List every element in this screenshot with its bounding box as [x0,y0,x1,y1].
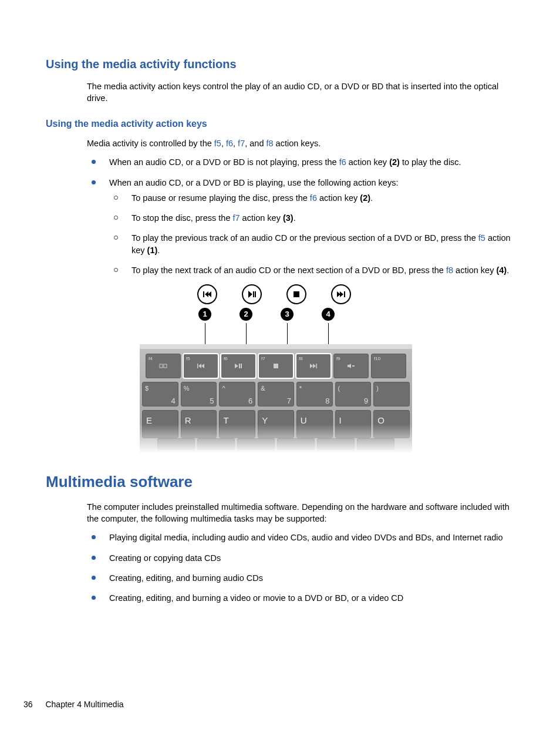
keyboard-key-Y: Y [258,410,294,438]
svg-rect-9 [344,291,345,297]
keyboard-key-): ) [373,382,410,406]
mm-bullet-3: Creating, editing, and burning a video o… [87,592,514,604]
key-f5-link[interactable]: f5 [478,233,485,243]
keyboard-key-f10: f10 [371,354,406,378]
keyboard-key-8: *8 [296,382,333,406]
prev-track-icon [197,284,217,304]
svg-marker-13 [198,364,201,368]
keyboard-key-f6: f6 [221,354,256,378]
keyboard-key-f4: f4 [146,354,181,378]
svg-rect-5 [255,291,256,297]
keyboard-key-f8: f8 [296,354,331,378]
key-f7-link[interactable]: f7 [232,213,239,223]
bullet-playing: When an audio CD, or a DVD or BD is play… [87,177,514,277]
key-f7-link[interactable]: f7 [238,139,245,148]
svg-marker-22 [348,364,351,368]
heading-multimedia-software: Multimedia software [46,471,514,492]
svg-marker-3 [248,291,252,298]
mm-bullet-0: Playing digital media, including audio a… [87,532,514,543]
sub-bullet-stop: To stop the disc, press the f7 action ke… [109,212,514,224]
svg-rect-11 [164,364,167,368]
svg-marker-8 [340,291,343,297]
keyboard-key-I: I [335,410,372,438]
svg-rect-6 [294,291,299,297]
key-f6-link[interactable]: f6 [339,157,346,167]
stop-icon [286,284,306,304]
callout-badge-2: 2 [239,308,252,321]
keyboard-key-R: R [181,410,217,438]
keyboard-diagram: 1 2 3 4 f4f5f6f7f8f9f10 $4%5^6&7*8(9) ER… [140,284,412,453]
keyboard-key-6: ^6 [219,382,255,406]
keyboard-key-7: &7 [258,382,294,406]
page-footer: 36 Chapter 4 Multimedia [23,699,124,711]
sub-bullet-next: To play the next track of an audio CD or… [109,264,514,276]
keyboard-key-f9: f9 [333,354,369,378]
callout-badge-3: 3 [281,308,294,321]
svg-rect-12 [197,364,198,368]
keyboard-key-4: $4 [142,382,178,406]
svg-marker-15 [235,364,238,368]
svg-marker-14 [201,364,204,368]
bullet-not-playing: When an audio CD, or a DVD or BD is not … [87,156,514,168]
controlled-by-text: Media activity is controlled by the f5, … [87,137,514,149]
heading-media-activity: Using the media activity functions [46,56,514,72]
keyboard-key-U: U [296,410,333,438]
keyboard-key-f7: f7 [258,354,294,378]
svg-rect-16 [239,364,240,368]
sub-bullet-pause: To pause or resume playing the disc, pre… [109,192,514,204]
key-f8-link[interactable]: f8 [446,266,453,275]
svg-rect-23 [352,365,355,367]
keyboard-key-T: T [219,410,255,438]
subheading-action-keys: Using the media activity action keys [46,117,514,130]
svg-marker-20 [313,364,316,368]
page-number: 36 [23,700,33,709]
keyboard-key-9: (9 [335,382,372,406]
callout-badge-4: 4 [322,308,335,321]
mm-bullet-1: Creating or copying data CDs [87,552,514,564]
keyboard-key-5: %5 [181,382,217,406]
svg-marker-19 [310,364,313,368]
keyboard-key-E: E [142,410,178,438]
mm-bullet-2: Creating, editing, and burning audio CDs [87,572,514,584]
keyboard-key-f5: f5 [183,354,218,378]
svg-rect-21 [316,364,318,368]
svg-rect-18 [274,364,278,368]
svg-rect-4 [253,291,254,297]
play-pause-icon [242,284,262,304]
next-track-icon [331,284,351,304]
svg-rect-10 [160,364,163,368]
keyboard-key-O: O [373,410,410,438]
chapter-label: Chapter 4 Multimedia [45,700,123,709]
sub-bullet-prev: To play the previous track of an audio C… [109,232,514,256]
callout-badge-1: 1 [198,308,211,321]
key-f6-link[interactable]: f6 [226,139,233,148]
key-f8-link[interactable]: f8 [266,139,273,148]
key-f5-link[interactable]: f5 [214,139,221,148]
intro-paragraph: The media activity action keys control t… [87,80,514,105]
mm-intro: The computer includes preinstalled multi… [87,501,514,525]
svg-rect-17 [241,364,242,368]
svg-rect-0 [203,291,204,297]
key-f6-link[interactable]: f6 [310,193,317,203]
